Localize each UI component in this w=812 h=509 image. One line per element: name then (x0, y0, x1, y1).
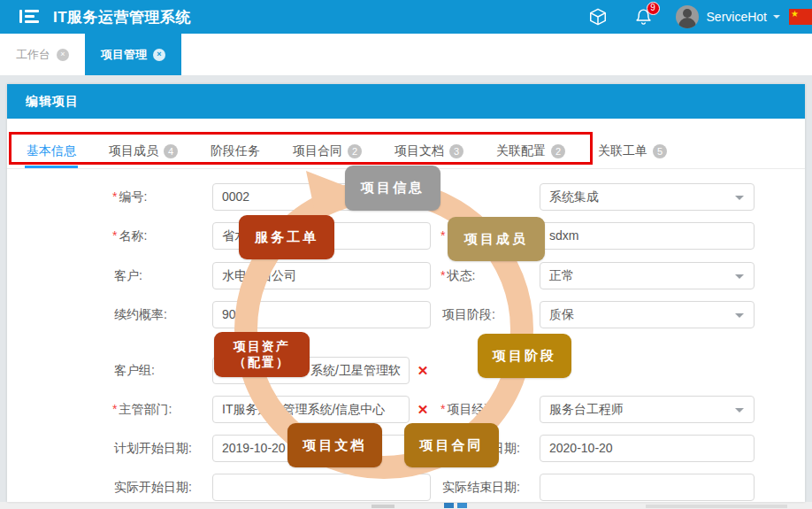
tab-phase-tasks[interactable]: 阶段任务 (211, 143, 260, 159)
field-label: 计划开始日期: (112, 435, 192, 462)
detail-tabs: 基本信息 项目成员 4 阶段任务 项目合同 2 项目文档 3 关联配置 2 关联… (27, 137, 796, 165)
field-label: 续约概率: (112, 301, 167, 328)
tab-label: 项目文档 (395, 143, 444, 159)
window-tab-project-management[interactable]: 项目管理 × (85, 34, 181, 75)
project-number-field[interactable]: 0002 (212, 183, 431, 211)
tab-label: 项目成员 (109, 143, 158, 159)
panel-title: 编辑项目 (7, 84, 805, 119)
supervising-department-field[interactable]: IT服务运营管理系统/信息中心 (212, 396, 410, 423)
status-select[interactable]: 正常 (540, 262, 755, 289)
window-tab-label: 项目管理 (101, 47, 147, 63)
form-row-customer-group: 客户组: 系统/卫星管理软 ✕ (7, 357, 805, 384)
field-label: 客户组: (112, 357, 155, 384)
form-row-planned-dates: 计划开始日期: 2019-10-20 计划结束日期: 2020-10-20 (7, 435, 805, 462)
package-icon[interactable] (588, 7, 608, 27)
tab-related-config[interactable]: 关联配置 2 (496, 143, 565, 159)
field-label: 计划结束日期: (440, 435, 520, 462)
customer-field[interactable]: 水电集团公司 (212, 262, 431, 289)
menu-toggle-icon[interactable] (19, 9, 41, 25)
tab-project-documents[interactable]: 项目文档 3 (395, 143, 463, 159)
customer-group-field[interactable]: 系统/卫星管理软 (212, 357, 410, 384)
project-type-select[interactable]: 系统集成 (540, 183, 755, 211)
field-label: 项目阶段: (440, 301, 495, 328)
field-label: 实际开始日期: (112, 474, 192, 501)
flag-icon: ★ (789, 9, 812, 25)
renewal-probability-field[interactable]: 90 (212, 301, 431, 328)
tab-basic-info[interactable]: 基本信息 (27, 143, 76, 159)
form-row-actual-dates: 实际开始日期: 实际结束日期: (7, 474, 805, 501)
form-row-number: *编号: 0002 系统集成 (7, 183, 805, 211)
tab-label: 基本信息 (27, 143, 76, 159)
field-label: *状态: (440, 262, 475, 289)
chevron-down-icon[interactable] (773, 15, 780, 22)
notification-badge: 9 (647, 2, 660, 15)
planned-start-date-field[interactable]: 2019-10-20 (212, 435, 431, 462)
form-row-department: *主管部门: IT服务运营管理系统/信息中心 ✕ *项目经理: 服务台工程师 (7, 396, 805, 423)
tab-related-tickets[interactable]: 关联工单 5 (598, 143, 667, 159)
form-row-renewal: 续约概率: 90 项目阶段: 质保 (7, 301, 805, 328)
tab-badge: 3 (449, 144, 463, 158)
tab-badge: 2 (348, 144, 362, 158)
screenshot-root: { "colors": { "header_blue": "#1095d3", … (0, 0, 812, 509)
form-row-customer: 客户: 水电集团公司 *状态: 正常 (7, 262, 805, 289)
tab-label: 关联工单 (598, 143, 647, 159)
field-label: 客户: (112, 262, 142, 289)
form-row-name: *名称: 省水 * sdxm (7, 222, 805, 250)
field-label: *编号: (112, 183, 147, 211)
actual-start-date-field[interactable] (212, 474, 431, 501)
window-tab-workbench[interactable]: 工作台 × (0, 34, 85, 75)
tab-label: 关联配置 (496, 143, 546, 159)
avatar[interactable] (676, 5, 699, 28)
remove-icon[interactable]: ✕ (414, 357, 432, 384)
bell-icon[interactable]: 9 (634, 7, 653, 27)
window-tab-label: 工作台 (16, 47, 50, 63)
app-title: IT服务运营管理系统 (53, 7, 191, 27)
tab-badge: 5 (653, 144, 667, 158)
app-header: IT服务运营管理系统 9 ServiceHot ★ (0, 0, 812, 34)
tabs-divider (7, 168, 805, 169)
project-name-field[interactable]: 省水 (212, 222, 431, 250)
tab-badge: 2 (551, 144, 565, 158)
username[interactable]: ServiceHot (707, 10, 767, 24)
tab-project-contracts[interactable]: 项目合同 2 (293, 143, 362, 159)
field-label: *主管部门: (112, 396, 172, 423)
field-label: 实际结束日期: (440, 474, 520, 501)
tab-badge: 4 (164, 144, 178, 158)
field-label: *名称: (112, 222, 147, 250)
field-label (440, 183, 442, 211)
tab-project-members[interactable]: 项目成员 4 (109, 143, 178, 159)
edit-project-panel: 编辑项目 基本信息 项目成员 4 阶段任务 项目合同 2 项目文档 3 关联配置… (7, 84, 805, 502)
close-icon[interactable]: × (153, 49, 165, 61)
background-window-edge (0, 502, 812, 509)
tab-label: 阶段任务 (211, 143, 260, 159)
tab-label: 项目合同 (293, 143, 342, 159)
planned-end-date-field[interactable]: 2020-10-20 (540, 435, 755, 462)
actual-end-date-field[interactable] (540, 474, 755, 501)
field-label: * (440, 222, 447, 250)
project-shortname-field[interactable]: sdxm (540, 222, 755, 250)
remove-icon[interactable]: ✕ (414, 396, 432, 423)
project-manager-select[interactable]: 服务台工程师 (540, 396, 755, 423)
window-tabstrip: 工作台 × 项目管理 × (0, 34, 812, 75)
project-phase-select[interactable]: 质保 (540, 301, 755, 328)
close-icon[interactable]: × (57, 49, 69, 61)
field-label: *项目经理: (440, 396, 500, 423)
